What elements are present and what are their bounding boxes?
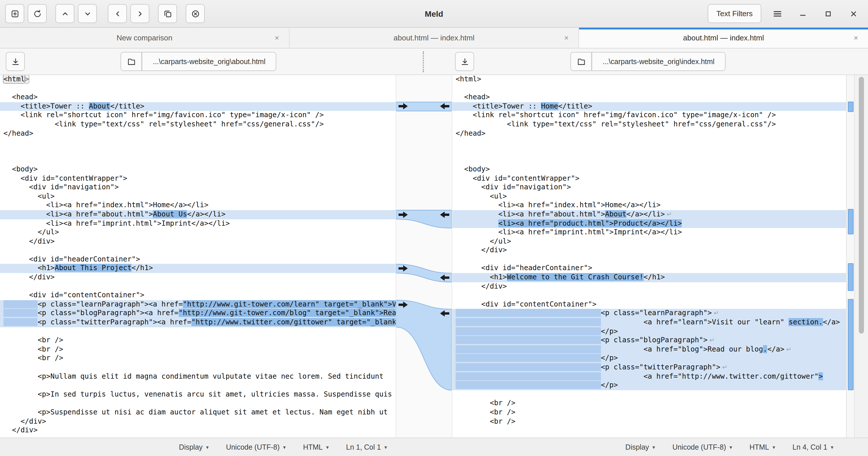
code-line[interactable]: <ul> [0, 192, 396, 201]
tab-close-icon[interactable]: × [851, 33, 861, 43]
code-line[interactable]: <br /> [0, 354, 396, 363]
push-change-right-arrow[interactable] [397, 301, 409, 309]
code-line[interactable]: <div id="contentContainer"> [0, 291, 396, 300]
next-change-button[interactable] [78, 4, 97, 23]
code-line[interactable]: <h1>About This Project</h1> [0, 264, 396, 273]
code-line[interactable] [0, 246, 396, 255]
push-left-button[interactable] [108, 4, 127, 23]
code-line[interactable]: <head> [0, 93, 396, 102]
push-change-right-arrow[interactable] [397, 211, 409, 219]
code-line[interactable]: </div> [452, 282, 846, 291]
encoding-dropdown[interactable]: Unicode (UTF-8)▾ [226, 443, 286, 451]
code-line[interactable] [0, 399, 396, 408]
code-line[interactable]: </head> [452, 129, 846, 138]
vertical-scrollbar[interactable] [854, 75, 868, 437]
open-folder-right-button[interactable] [570, 52, 592, 71]
tab-new-comparison[interactable]: New comparison × [0, 28, 289, 48]
code-line[interactable] [0, 84, 396, 93]
push-change-right-arrow[interactable] [397, 102, 409, 110]
right-file-path[interactable]: ...\carparts-website_orig\index.html [592, 52, 725, 71]
code-line[interactable]: <br /> [452, 408, 846, 417]
scrollbar-thumb[interactable] [859, 77, 864, 334]
left-code-pane[interactable]: <html> <head> <title>Tower :: About</tit… [0, 75, 396, 437]
tab-close-icon[interactable]: × [561, 33, 571, 43]
diff-map-mark[interactable] [848, 209, 854, 234]
code-line[interactable]: <div id="contentWrapper"> [452, 174, 846, 183]
code-line[interactable]: </div> [0, 417, 396, 426]
code-line[interactable]: <div id="headerContainer"> [452, 264, 846, 273]
diff-map-mark[interactable] [848, 102, 854, 112]
save-left-button[interactable] [6, 52, 25, 71]
menu-button[interactable] [768, 4, 787, 23]
previous-change-button[interactable] [55, 4, 74, 23]
code-line[interactable]: <li><a href="about.html">About</a></li>↵ [452, 210, 846, 219]
code-line[interactable]: <p class="blogParagraph">↵ [452, 336, 846, 345]
code-line[interactable]: <li><a href="imprint.html">Imprint</a></… [0, 219, 396, 228]
minimize-button[interactable] [794, 4, 812, 23]
code-line[interactable]: <div id="navigation"> [0, 183, 396, 192]
code-line[interactable] [452, 390, 846, 399]
code-line[interactable]: <br /> [452, 417, 846, 426]
right-code-pane[interactable]: <html> <head> <title>Tower :: Home</titl… [452, 75, 846, 437]
code-line[interactable]: <link type="text/css" rel="stylesheet" h… [452, 120, 846, 129]
text-filters-button[interactable]: Text Filters [708, 4, 761, 23]
push-change-left-arrow[interactable] [439, 309, 451, 317]
copy-button[interactable] [158, 4, 177, 23]
code-line[interactable]: </head> [0, 129, 396, 138]
push-right-button[interactable] [130, 4, 149, 23]
push-change-left-arrow[interactable] [439, 211, 451, 219]
code-line[interactable]: <div id="contentContainer"> [452, 300, 846, 309]
code-line[interactable]: <html> [0, 75, 396, 84]
code-line[interactable]: <div id="navigation"> [452, 183, 846, 192]
code-line[interactable]: <li><a href="product.html">Product</a></… [452, 219, 846, 228]
code-line[interactable]: <body> [452, 165, 846, 174]
code-line[interactable]: </p> [452, 327, 846, 336]
tab-close-icon[interactable]: × [272, 33, 282, 43]
code-line[interactable]: <p class="twitterParagraph"><a href="htt… [0, 318, 396, 327]
code-line[interactable]: <a href="learn">Visit our "learn" sectio… [452, 318, 846, 327]
diff-overview-map[interactable] [846, 75, 854, 437]
code-line[interactable]: </div> [0, 273, 396, 282]
code-line[interactable] [0, 381, 396, 390]
push-change-right-arrow[interactable] [397, 264, 409, 273]
code-line[interactable]: <h1>Welcome to the Git Crash Course!</h1… [452, 273, 846, 282]
code-line[interactable]: </ul> [452, 237, 846, 246]
code-line[interactable] [0, 138, 396, 147]
code-line[interactable]: <li><a href="index.html">Home</a></li> [0, 201, 396, 210]
code-line[interactable]: <head> [452, 93, 846, 102]
code-line[interactable]: <li><a href="about.html">About Us</a></l… [0, 210, 396, 219]
code-line[interactable] [452, 147, 846, 156]
code-line[interactable]: <body> [0, 165, 396, 174]
code-line[interactable]: </div> [452, 246, 846, 255]
code-line[interactable]: <p>Suspendisse ut nisi ac diam auctor al… [0, 408, 396, 417]
maximize-button[interactable] [819, 4, 837, 23]
cursor-position[interactable]: Ln 4, Col 1▾ [793, 443, 833, 451]
display-dropdown[interactable]: Display▾ [625, 443, 655, 451]
code-line[interactable]: </div> [0, 237, 396, 246]
code-line[interactable]: </ul> [0, 228, 396, 237]
save-right-button[interactable] [455, 52, 474, 71]
code-line[interactable] [452, 255, 846, 264]
code-line[interactable]: <li><a href="imprint.html">Imprint</a></… [452, 228, 846, 237]
close-button[interactable] [844, 4, 863, 23]
code-line[interactable] [0, 282, 396, 291]
refresh-button[interactable] [28, 4, 47, 23]
code-line[interactable] [0, 327, 396, 336]
code-line[interactable]: </p> [452, 354, 846, 363]
code-line[interactable] [0, 156, 396, 165]
code-line[interactable]: <br /> [452, 399, 846, 408]
left-file-path[interactable]: ...\carparts-website_orig\about.html [142, 52, 276, 71]
diff-map-mark[interactable] [848, 299, 854, 390]
push-change-left-arrow[interactable] [439, 102, 451, 110]
cursor-position[interactable]: Ln 1, Col 1▾ [346, 443, 387, 451]
code-line[interactable]: <title>Tower :: Home</title> [452, 102, 846, 111]
code-line[interactable]: <link rel="shortcut icon" href="img/favi… [0, 111, 396, 120]
code-line[interactable]: <p class="learnParagraph">↵ [452, 309, 846, 318]
code-line[interactable]: <p class="twitterParagraph">↵ [452, 363, 846, 372]
tab-comparison-1[interactable]: about.html — index.html × [289, 28, 579, 48]
code-line[interactable]: <li><a href="index.html">Home</a></li> [452, 201, 846, 210]
open-folder-left-button[interactable] [121, 52, 142, 71]
code-line[interactable]: <br /> [0, 336, 396, 345]
encoding-dropdown[interactable]: Unicode (UTF-8)▾ [673, 443, 732, 451]
push-change-left-arrow[interactable] [439, 274, 451, 282]
